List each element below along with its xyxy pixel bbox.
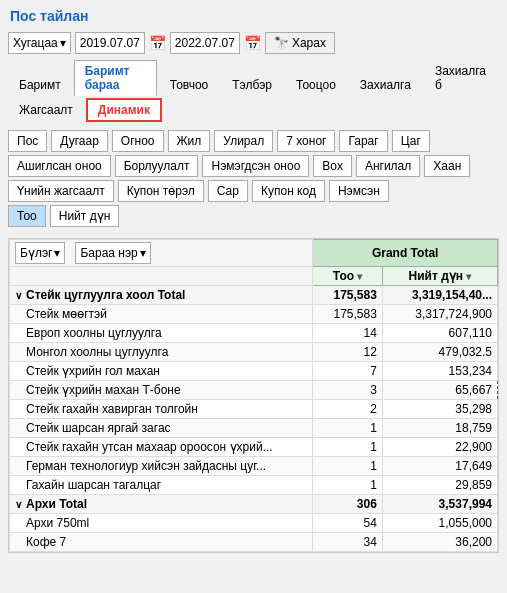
- filter-nemegdsen[interactable]: Нэмэгдсэн оноо: [202, 155, 309, 177]
- filter-voh[interactable]: Вох: [313, 155, 352, 177]
- filter-kupon-torel[interactable]: Купон төрэл: [118, 180, 204, 202]
- tab-tootsoo[interactable]: Тооцоо: [285, 74, 347, 96]
- table-row: Стейк гахайн утсан махаар ороосон үхрий.…: [10, 438, 498, 457]
- child-niit: 607,110: [382, 324, 497, 343]
- filter-ognoo[interactable]: Огноо: [112, 130, 164, 152]
- tab-barimт-baraa[interactable]: Баримт бараа: [74, 60, 157, 96]
- child-too: 7: [313, 362, 383, 381]
- group-label: ∨Стейк цуглуулга хоол Total: [10, 286, 313, 305]
- filter-uliral[interactable]: Улирал: [214, 130, 273, 152]
- filter-row-3: Үнийн жагсаалт Купон төрэл Сар Купон код…: [8, 180, 499, 202]
- filter-borluulalt[interactable]: Борлуулалт: [115, 155, 199, 177]
- tabs-row-1: Баримт Баримт бараа Товчоо Тэлбэр Тооцоо…: [0, 58, 507, 96]
- child-label: Стейк гахайн хавирган толгойн: [10, 400, 313, 419]
- child-label: Герман технологиур хийсэн зайдасны цуг..…: [10, 457, 313, 476]
- tab-dinamik-label: Динамик: [98, 103, 150, 117]
- col-too-header[interactable]: Тоо ▾: [313, 267, 383, 286]
- grand-total-header: Grand Total: [313, 240, 498, 267]
- child-label: Стейк үхрийн гол махан: [10, 362, 313, 381]
- child-label: Стейк шарсан яргай загас: [10, 419, 313, 438]
- date-to-field[interactable]: 2022.07.07: [170, 32, 240, 54]
- view-button[interactable]: 🔭 Харах: [265, 32, 335, 54]
- calendar-icon-2[interactable]: 📅: [244, 35, 261, 51]
- child-niit: 29,859: [382, 476, 497, 495]
- filter-tsag[interactable]: Цаг: [392, 130, 430, 152]
- table-row: Архи 750ml 54 1,055,000: [10, 514, 498, 533]
- group-niit: 3,537,994: [382, 495, 497, 514]
- filter-nemsen[interactable]: Нэмсэн: [329, 180, 389, 202]
- group-label: ∨Архи Total: [10, 495, 313, 514]
- date-from-field[interactable]: 2019.07.07: [75, 32, 145, 54]
- view-button-label: Харах: [292, 36, 326, 50]
- filter-garag[interactable]: Гараг: [339, 130, 387, 152]
- group-too: 306: [313, 495, 383, 514]
- table-row[interactable]: ∨Архи Total 306 3,537,994: [10, 495, 498, 514]
- pivot-table: Бүлэг ▾ Бараа нэр ▾ Grand Total: [9, 239, 498, 552]
- child-label: Архи 750ml: [10, 514, 313, 533]
- filter-row-2: Ашиглсан оноо Борлуулалт Нэмэгдсэн оноо …: [8, 155, 499, 177]
- collapse-icon[interactable]: ∨: [15, 499, 22, 510]
- filter-yniin-jag[interactable]: Үнийн жагсаалт: [8, 180, 114, 202]
- filter-kupon-kod[interactable]: Купон код: [252, 180, 325, 202]
- sort-icon-too: ▾: [357, 271, 362, 282]
- child-niit: 1,055,000: [382, 514, 497, 533]
- filter-row-4: Тоо Нийт дүн: [8, 205, 499, 227]
- filter-niit-dun[interactable]: Нийт дүн: [50, 205, 120, 227]
- bulug-dropdown[interactable]: Бүлэг ▾: [15, 242, 65, 264]
- tab-zahialga-b-label: Захиалга б: [435, 64, 486, 92]
- filter-too[interactable]: Тоо: [8, 205, 46, 227]
- tab-barimт-label: Баримт: [19, 78, 61, 92]
- filter-row-1: Пос Дугаар Огноо Жил Улирал 7 хоног Гара…: [8, 130, 499, 152]
- filter-sar[interactable]: Сар: [208, 180, 248, 202]
- date-from-value: 2019.07.07: [80, 36, 140, 50]
- tab-barimт-baraa-label: Баримт бараа: [85, 64, 130, 92]
- tab-dinamik[interactable]: Динамик: [86, 98, 162, 122]
- child-niit: 17,649: [382, 457, 497, 476]
- col-niit-header[interactable]: Нийт дүн ▾: [382, 267, 497, 286]
- table-row: Монгол хоолны цуглуулга 12 479,032.5: [10, 343, 498, 362]
- tab-tootsoo-label: Тооцоо: [296, 78, 336, 92]
- toolbar: Хугацаа ▾ 2019.07.07 📅 2022.07.07 📅 🔭 Ха…: [0, 28, 507, 58]
- filter-pos[interactable]: Пос: [8, 130, 47, 152]
- tab-zahialga[interactable]: Захиалга: [349, 74, 422, 96]
- group-niit: 3,319,154,40...: [382, 286, 497, 305]
- baraa-ner-label: Бараа нэр: [80, 246, 137, 260]
- baraa-ner-dropdown[interactable]: Бараа нэр ▾: [75, 242, 150, 264]
- table-row[interactable]: ∨Стейк цуглуулга хоол Total 175,583 3,31…: [10, 286, 498, 305]
- table-row: Стейк гахайн хавирган толгойн 2 35,298: [10, 400, 498, 419]
- filter-ashiglsan[interactable]: Ашиглсан оноо: [8, 155, 111, 177]
- tab-telber-label: Тэлбэр: [232, 78, 272, 92]
- child-label: Европ хоолны цуглуулга: [10, 324, 313, 343]
- child-niit: 479,032.5: [382, 343, 497, 362]
- tab-telber[interactable]: Тэлбэр: [221, 74, 283, 96]
- child-niit: 65,667: [382, 381, 497, 400]
- child-label: Стейк мөөгтэй: [10, 305, 313, 324]
- tab-jagssalt-label: Жагсаалт: [19, 103, 73, 117]
- tab-tovchoo[interactable]: Товчоо: [159, 74, 220, 96]
- tab-zahialga-b[interactable]: Захиалга б: [424, 60, 497, 96]
- tab-jagssalt[interactable]: Жагсаалт: [8, 99, 84, 121]
- child-too: 54: [313, 514, 383, 533]
- calendar-icon[interactable]: 📅: [149, 35, 166, 51]
- table-row: Стейк шарсан яргай загас 1 18,759: [10, 419, 498, 438]
- tab-barimт[interactable]: Баримт: [8, 74, 72, 96]
- collapse-icon[interactable]: ∨: [15, 290, 22, 301]
- table-row: Кофе 7 34 36,200: [10, 533, 498, 552]
- filter-grid: Пос Дугаар Огноо Жил Улирал 7 хоног Гара…: [0, 126, 507, 234]
- child-niit: 3,317,724,900: [382, 305, 497, 324]
- tab-tovchoo-label: Товчоо: [170, 78, 209, 92]
- filter-dugaar[interactable]: Дугаар: [51, 130, 108, 152]
- filter-haan[interactable]: Хаан: [424, 155, 470, 177]
- date-to-value: 2022.07.07: [175, 36, 235, 50]
- period-dropdown[interactable]: Хугацаа ▾: [8, 32, 71, 54]
- tab-zahialga-label: Захиалга: [360, 78, 411, 92]
- chevron-down-icon-bulug: ▾: [54, 246, 60, 260]
- child-label: Кофе 7: [10, 533, 313, 552]
- child-niit: 35,298: [382, 400, 497, 419]
- tabs-row-2: Жагсаалт Динамик: [0, 96, 507, 126]
- filter-jil[interactable]: Жил: [168, 130, 211, 152]
- child-label: Стейк үхрийн махан Т-боне: [10, 381, 313, 400]
- filter-7-honog[interactable]: 7 хоног: [277, 130, 335, 152]
- table-row: Стейк үхрийн махан Т-боне 3 65,667: [10, 381, 498, 400]
- filter-angilal[interactable]: Ангилал: [356, 155, 420, 177]
